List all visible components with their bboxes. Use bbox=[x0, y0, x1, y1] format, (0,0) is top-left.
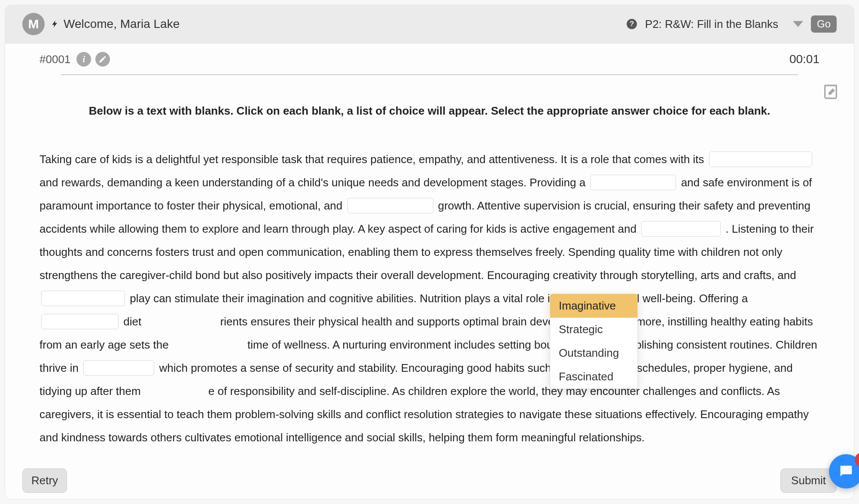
task-selector[interactable]: P2: R&W: Fill in the Blanks bbox=[645, 18, 778, 31]
edit-icon[interactable] bbox=[95, 52, 110, 67]
footer: Retry Submit bbox=[5, 468, 854, 499]
passage-text: Taking care of kids is a delightful yet … bbox=[40, 148, 819, 449]
blank-4[interactable] bbox=[641, 221, 721, 237]
passage-segment: and rewards, demanding a keen understand… bbox=[40, 176, 588, 189]
help-icon[interactable]: ? bbox=[626, 18, 637, 30]
question-number: #0001 bbox=[40, 53, 70, 66]
sub-bar: #0001 i 00:01 bbox=[5, 43, 854, 67]
dropdown-option[interactable]: Strategic bbox=[550, 318, 637, 341]
blank-5[interactable] bbox=[41, 291, 125, 306]
submit-button[interactable]: Submit bbox=[780, 468, 837, 493]
bolt-icon bbox=[51, 20, 59, 28]
dropdown-option[interactable]: Fascinated bbox=[550, 365, 637, 389]
caret-down-icon[interactable] bbox=[793, 21, 803, 27]
svg-text:?: ? bbox=[630, 19, 634, 28]
passage-segment: e of responsibility and self-discipline.… bbox=[40, 385, 809, 444]
retry-button[interactable]: Retry bbox=[22, 468, 67, 493]
top-bar: M Welcome, Maria Lake ? P2: R&W: Fill in… bbox=[5, 5, 854, 43]
top-right-group: ? P2: R&W: Fill in the Blanks Go bbox=[626, 15, 837, 33]
divider bbox=[61, 74, 798, 75]
passage-segment: Taking care of kids is a delightful yet … bbox=[40, 153, 707, 166]
blank-7[interactable] bbox=[83, 360, 154, 376]
chat-badge bbox=[855, 452, 859, 467]
welcome-text: Welcome, Maria Lake bbox=[64, 17, 180, 31]
chat-button[interactable] bbox=[829, 454, 859, 489]
passage-segment: play can stimulate their imagination and… bbox=[130, 292, 748, 305]
blank-3[interactable] bbox=[347, 198, 433, 213]
info-icon[interactable]: i bbox=[76, 52, 91, 67]
passage-segment: diet bbox=[123, 315, 144, 328]
dropdown-option[interactable]: Outstanding bbox=[550, 341, 637, 365]
avatar[interactable]: M bbox=[22, 13, 45, 35]
notepad-icon[interactable] bbox=[822, 83, 839, 100]
go-button[interactable]: Go bbox=[811, 15, 837, 33]
timer: 00:01 bbox=[789, 52, 819, 66]
blank-dropdown[interactable]: Imaginative Strategic Outstanding Fascin… bbox=[550, 294, 638, 389]
blank-2[interactable] bbox=[590, 175, 676, 190]
instruction-text: Below is a text with blanks. Click on ea… bbox=[48, 104, 811, 118]
app-frame: M Welcome, Maria Lake ? P2: R&W: Fill in… bbox=[5, 5, 854, 499]
dropdown-option[interactable]: Imaginative bbox=[550, 294, 637, 318]
blank-6[interactable] bbox=[41, 314, 119, 329]
blank-1[interactable] bbox=[709, 152, 812, 167]
